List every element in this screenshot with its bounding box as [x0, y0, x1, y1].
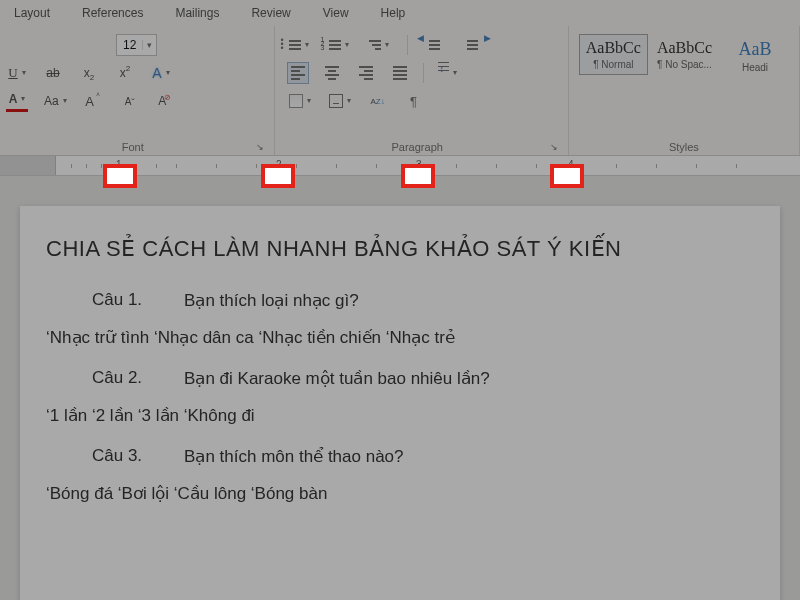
font-color-button[interactable]: [6, 90, 28, 112]
subscript-button[interactable]: [78, 62, 100, 84]
paragraph-group-label: Paragraph: [285, 141, 550, 153]
font-dialog-launcher[interactable]: ↘: [256, 142, 264, 152]
align-justify-button[interactable]: [389, 62, 411, 84]
shading-button[interactable]: [287, 90, 313, 112]
separator: [407, 35, 408, 55]
increase-indent-button[interactable]: [462, 34, 484, 56]
style-name: ¶ Normal: [586, 59, 641, 70]
style-preview: AaB: [728, 39, 782, 60]
decrease-indent-button[interactable]: [424, 34, 446, 56]
styles-gallery[interactable]: AaBbCc ¶ Normal AaBbCc ¶ No Spac... AaB …: [575, 30, 793, 82]
ribbon: 12▾ Font ↘: [0, 26, 800, 156]
tab-references[interactable]: References: [78, 4, 147, 22]
group-font: 12▾ Font ↘: [0, 26, 275, 155]
line-spacing-button[interactable]: [436, 62, 459, 84]
question-label: Câu 2.: [92, 368, 142, 389]
group-paragraph: Paragraph ↘: [275, 26, 569, 155]
font-group-label: Font: [10, 141, 256, 153]
show-paragraph-marks-button[interactable]: [403, 90, 425, 112]
align-left-button[interactable]: [287, 62, 309, 84]
chevron-down-icon: ▾: [142, 40, 156, 50]
question-label: Câu 3.: [92, 446, 142, 467]
style-heading1[interactable]: AaB Headi: [721, 34, 789, 78]
text-effects-button[interactable]: [150, 62, 172, 84]
highlight-box-3: [401, 164, 435, 188]
style-name: ¶ No Spac...: [657, 59, 712, 70]
numbering-button[interactable]: [327, 34, 351, 56]
question-text: Bạn thích môn thể thao nào?: [184, 446, 403, 467]
font-size-value: 12: [117, 38, 142, 52]
align-right-button[interactable]: [355, 62, 377, 84]
tab-layout[interactable]: Layout: [10, 4, 54, 22]
group-styles: AaBbCc ¶ Normal AaBbCc ¶ No Spac... AaB …: [569, 26, 800, 155]
multilevel-list-button[interactable]: [367, 34, 391, 56]
font-size-combo[interactable]: 12▾: [116, 34, 157, 56]
style-preview: AaBbCc: [586, 39, 641, 57]
paragraph-dialog-launcher[interactable]: ↘: [550, 142, 558, 152]
document-page[interactable]: CHIA SẺ CÁCH LÀM NHANH BẢNG KHẢO SÁT Ý K…: [20, 206, 780, 600]
tab-view[interactable]: View: [319, 4, 353, 22]
styles-group-label: Styles: [579, 141, 789, 153]
borders-icon: [329, 94, 343, 108]
question-text: Bạn đi Karaoke một tuần bao nhiêu lần?: [184, 368, 490, 389]
ruler-margin: [0, 156, 56, 175]
style-name: Headi: [728, 62, 782, 73]
strikethrough-button[interactable]: [42, 62, 64, 84]
question-2[interactable]: Câu 2. Bạn đi Karaoke một tuần bao nhiêu…: [92, 368, 754, 389]
superscript-button[interactable]: [114, 62, 136, 84]
highlight-box-4: [550, 164, 584, 188]
tab-review[interactable]: Review: [247, 4, 294, 22]
question-text: Bạn thích loại nhạc gì?: [184, 290, 359, 311]
change-case-button[interactable]: [42, 90, 69, 112]
question-label: Câu 1.: [92, 290, 142, 311]
tab-mailings[interactable]: Mailings: [171, 4, 223, 22]
bullets-button[interactable]: [287, 34, 311, 56]
document-background: CHIA SẺ CÁCH LÀM NHANH BẢNG KHẢO SÁT Ý K…: [0, 176, 800, 600]
grow-font-button[interactable]: [83, 90, 105, 112]
shrink-font-button[interactable]: [119, 90, 141, 112]
answers-2[interactable]: ‘1 lần ‘2 lần ‘3 lần ‘Không đi: [46, 405, 754, 426]
underline-button[interactable]: [6, 62, 28, 84]
separator: [423, 63, 424, 83]
tab-help[interactable]: Help: [377, 4, 410, 22]
align-center-button[interactable]: [321, 62, 343, 84]
question-1[interactable]: Câu 1. Bạn thích loại nhạc gì?: [92, 290, 754, 311]
sort-button[interactable]: [367, 90, 389, 112]
answers-1[interactable]: ‘Nhạc trữ tình ‘Nhạc dân ca ‘Nhạc tiền c…: [46, 327, 754, 348]
style-no-spacing[interactable]: AaBbCc ¶ No Spac...: [650, 34, 719, 75]
answers-3[interactable]: ‘Bóng đá ‘Bơi lội ‘Cầu lông ‘Bóng bàn: [46, 483, 754, 504]
ribbon-tabs: Layout References Mailings Review View H…: [0, 0, 800, 26]
borders-button[interactable]: [327, 90, 353, 112]
style-normal[interactable]: AaBbCc ¶ Normal: [579, 34, 648, 75]
clear-formatting-button[interactable]: [155, 90, 177, 112]
shading-icon: [289, 94, 303, 108]
highlight-box-2: [261, 164, 295, 188]
document-title[interactable]: CHIA SẺ CÁCH LÀM NHANH BẢNG KHẢO SÁT Ý K…: [46, 236, 754, 262]
style-preview: AaBbCc: [657, 39, 712, 57]
highlight-box-1: [103, 164, 137, 188]
question-3[interactable]: Câu 3. Bạn thích môn thể thao nào?: [92, 446, 754, 467]
